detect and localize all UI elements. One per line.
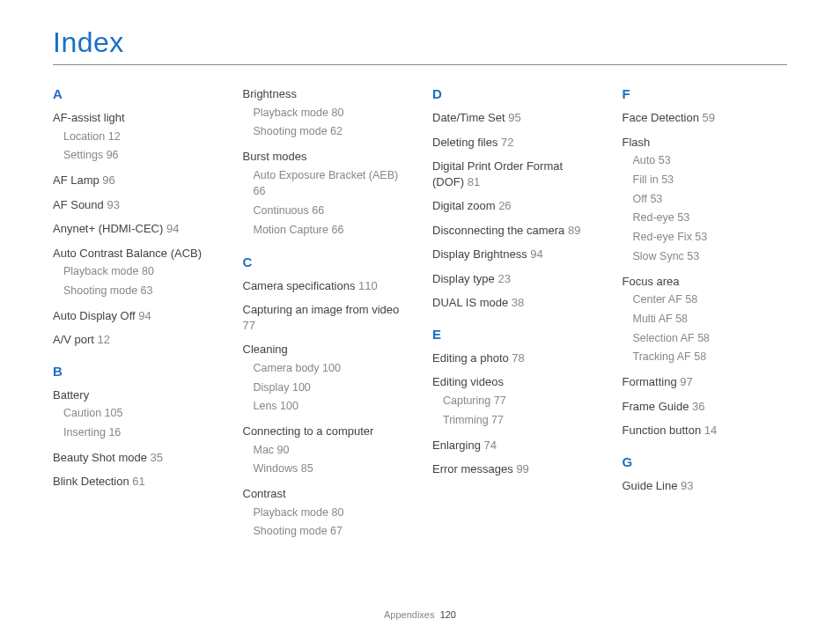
index-page: 96 (107, 149, 119, 161)
index-entry-group: AF-assist lightLocation 12Settings 96 (53, 110, 218, 164)
index-term: Display type (432, 272, 497, 285)
index-page: 77 (243, 319, 255, 332)
index-subterm: Display (254, 381, 292, 394)
index-page: 66 (312, 204, 324, 217)
index-entry: Blink Detection 61 (53, 474, 218, 490)
index-subterm: Auto Exposure Bracket (AEB) (254, 169, 399, 181)
index-term: Disconnecting the camera (432, 224, 568, 237)
index-entry-group: Focus areaCenter AF 58Multi AF 58Selecti… (623, 274, 788, 366)
index-entry: Error messages 99 (432, 461, 598, 477)
index-entry: Function button 14 (623, 423, 788, 439)
index-term: Camera specifications (243, 279, 359, 292)
index-page: 66 (331, 224, 343, 236)
index-entry: Deleting files 72 (432, 135, 598, 151)
index-term: Face Detection (623, 111, 703, 124)
index-term: Frame Guide (623, 400, 692, 413)
index-column: DDate/Time Set 95Deleting files 72Digita… (432, 86, 598, 549)
index-subterm: Settings (63, 149, 107, 161)
index-page: 63 (141, 284, 153, 297)
index-subterm: Trimming (443, 414, 491, 426)
index-subterm: Capturing (443, 394, 494, 407)
index-subentry: Tracking AF 58 (633, 349, 788, 365)
index-page: 53 (695, 231, 707, 243)
index-subterm: Red-eye (633, 211, 678, 224)
index-term: Focus area (623, 274, 788, 290)
index-page: 80 (331, 506, 343, 519)
index-page: 12 (98, 333, 110, 346)
index-entry: Auto Display Off 94 (53, 308, 218, 324)
index-subentry: Shooting mode 63 (63, 283, 218, 299)
index-page: 67 (330, 525, 343, 537)
index-subterm: Selection AF (633, 332, 698, 344)
index-letter: A (53, 86, 218, 101)
index-subterm: Inserting (63, 426, 108, 439)
index-entry: Date/Time Set 95 (432, 110, 598, 126)
index-term: AF Sound (53, 198, 107, 211)
index-subentry: Red-eye Fix 53 (633, 229, 788, 246)
index-subentry: Lens 100 (254, 398, 409, 415)
index-subentry: Settings 96 (63, 147, 218, 164)
index-entry: AF Sound 93 (53, 197, 218, 213)
index-subentry: Playback mode 80 (254, 505, 409, 521)
index-subterm: Multi AF (633, 313, 676, 325)
index-page: 94 (530, 247, 542, 261)
index-entry: AF Lamp 96 (53, 173, 218, 188)
index-term: Display Brightness (432, 247, 530, 261)
index-page: 59 (703, 111, 715, 124)
index-subterm: Shooting mode (254, 125, 331, 137)
index-entry-group: FlashAuto 53Fill in 53Off 53Red-eye 53Re… (623, 135, 788, 265)
index-term: Auto Contrast Balance (ACB) (53, 246, 218, 262)
index-page: 53 (677, 211, 689, 224)
index-entry: Display Brightness 94 (432, 247, 598, 262)
index-page: 72 (501, 136, 513, 149)
index-page: 53 (650, 193, 662, 205)
index-subterm: Windows (254, 462, 301, 475)
index-page: 100 (280, 400, 298, 412)
index-page: 77 (494, 394, 506, 407)
index-term: Anynet+ (HDMI-CEC) (53, 222, 166, 235)
footer-section: Appendixes (384, 609, 435, 620)
index-page: 58 (697, 332, 710, 344)
index-subterm: Camera body (254, 362, 323, 374)
index-page: 93 (681, 479, 693, 492)
index-term: AF Lamp (53, 173, 102, 187)
index-subentry: Shooting mode 67 (254, 523, 409, 540)
index-entry-group: Burst modesAuto Exposure Bracket (AEB) 6… (243, 149, 409, 239)
index-term: A/V port (53, 333, 98, 346)
index-subentry: Multi AF 58 (633, 311, 788, 328)
index-term: Formatting (623, 375, 681, 388)
index-page: 58 (685, 293, 697, 306)
index-page: 35 (151, 451, 163, 464)
index-subterm: Location (63, 130, 108, 143)
index-subentry: Selection AF 58 (633, 330, 788, 347)
index-subentry: Auto Exposure Bracket (AEB) 66 (254, 167, 409, 201)
index-entry-group: BrightnessPlayback mode 80Shooting mode … (243, 86, 409, 140)
index-entry-group: Editing videosCapturing 77Trimming 77 (432, 374, 598, 428)
index-term: Battery (53, 387, 218, 403)
index-term: Flash (623, 135, 788, 151)
index-subterm: Shooting mode (63, 284, 141, 297)
index-subterm: Playback mode (254, 506, 332, 519)
index-page: 78 (512, 351, 524, 365)
index-page: 12 (108, 130, 121, 143)
index-page: 58 (675, 313, 688, 325)
index-entry: Camera specifications 110 (243, 278, 409, 294)
index-page: 26 (498, 199, 511, 212)
index-term: AF-assist light (53, 110, 218, 126)
index-term: Brightness (243, 86, 409, 102)
index-entry-group: Connecting to a computerMac 90Windows 85 (243, 424, 409, 477)
index-term: Function button (623, 424, 704, 437)
index-page: 94 (166, 222, 179, 235)
index-subentry: Center AF 58 (633, 291, 788, 308)
index-page: 58 (694, 350, 706, 363)
index-term: Cleaning (243, 342, 409, 358)
index-subterm: Shooting mode (254, 525, 331, 537)
index-term: Deleting files (432, 136, 501, 149)
index-entry: Beauty Shot mode 35 (53, 450, 218, 466)
index-page: 85 (301, 462, 313, 475)
index-subentry: Slow Sync 53 (633, 248, 788, 265)
index-page: 94 (138, 309, 151, 322)
index-page: 99 (516, 462, 528, 476)
index-columns: AAF-assist lightLocation 12Settings 96AF… (53, 86, 787, 549)
index-entry-group: ContrastPlayback mode 80Shooting mode 67 (243, 486, 409, 540)
